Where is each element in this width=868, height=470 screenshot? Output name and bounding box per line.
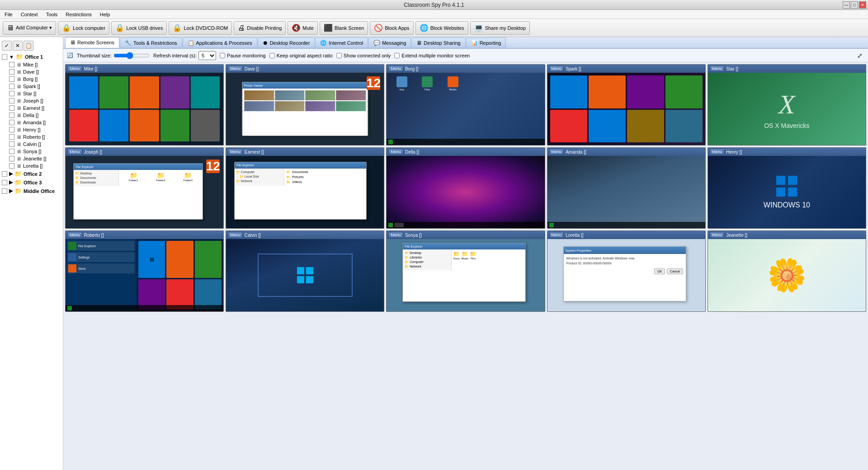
refresh-interval-select[interactable]: 3 5 10 15 30	[198, 51, 216, 60]
sidebar-check-all[interactable]: ✓	[2, 41, 12, 51]
extend-monitor-label[interactable]: Extend multiple monitor screen	[394, 53, 470, 58]
computer-roberto[interactable]: 🖥 Roberto []	[7, 133, 63, 141]
screen-earnest-menu-button[interactable]: Menu	[228, 149, 243, 155]
show-connected-checkbox[interactable]	[336, 53, 342, 58]
tab-desktop-recorder[interactable]: ⏺ Desktop Recorder	[258, 38, 315, 48]
menu-context[interactable]: Context	[19, 11, 40, 18]
group-office2-checkbox[interactable]	[2, 171, 7, 177]
calvin-checkbox[interactable]	[9, 141, 14, 147]
screen-amanda-menu-button[interactable]: Menu	[549, 149, 564, 155]
lock-usb-button[interactable]: 🔒 Lock USB drives	[111, 21, 167, 35]
menu-restrictions[interactable]: Restrictions	[64, 11, 93, 18]
keep-aspect-checkbox[interactable]	[269, 53, 275, 58]
mute-button[interactable]: 🔇 Mute	[288, 21, 317, 35]
computer-loretta[interactable]: 🖥 Loretta []	[7, 162, 63, 169]
lock-dvd-button[interactable]: 🔒 Lock DVD/CD-ROM	[169, 21, 232, 35]
tab-desktop-sharing[interactable]: 🖥 Desktop Sharing	[411, 38, 465, 48]
screen-borg-body[interactable]: App Files Media	[387, 73, 544, 145]
computer-della[interactable]: 🖥 Della []	[7, 112, 63, 119]
screen-jeanette-menu-button[interactable]: Menu	[710, 232, 725, 238]
computer-dave[interactable]: 🖥 Dave []	[7, 68, 63, 75]
group-office1[interactable]: ▼ 📁 Office 1	[0, 52, 63, 61]
expand-button[interactable]: ⤢	[855, 51, 864, 60]
group-middle-office-checkbox[interactable]	[2, 188, 7, 194]
screen-amanda-body[interactable]	[547, 156, 705, 228]
computer-joseph[interactable]: 🖥 Joseph []	[7, 97, 63, 104]
minimize-button[interactable]: —	[843, 1, 850, 9]
close-button[interactable]: ✕	[859, 1, 866, 9]
screen-star-menu-button[interactable]: Menu	[710, 66, 725, 72]
menu-file[interactable]: File	[3, 11, 14, 18]
screen-dave-menu-button[interactable]: Menu	[228, 66, 243, 72]
tab-applications[interactable]: 📋 Applications & Processes	[183, 38, 257, 48]
computer-henry[interactable]: 🖥 Henry []	[7, 126, 63, 133]
screen-della-body[interactable]	[387, 156, 544, 228]
screen-roberto-menu-button[interactable]: Menu	[67, 232, 82, 238]
pause-monitoring-label[interactable]: Pause monitoring	[220, 53, 266, 58]
screen-joseph-body[interactable]: File Explorer 📁 Desktop 📁 Documents 📁 Do…	[66, 156, 223, 228]
star-checkbox[interactable]	[9, 91, 14, 96]
earnest-checkbox[interactable]	[9, 105, 14, 111]
tab-internet-control[interactable]: 🌐 Internet Control	[315, 38, 368, 48]
screen-sonya-body[interactable]: File Explorer 📁 Desktop 📁 Libraries 📁 Co…	[387, 239, 544, 311]
screen-calvin-body[interactable]	[226, 239, 384, 311]
computer-amanda[interactable]: 🖥 Amanda []	[7, 119, 63, 126]
sonya-checkbox[interactable]	[9, 149, 14, 154]
group-office1-checkbox[interactable]	[2, 54, 7, 60]
computer-spark[interactable]: 🖥 Spark []	[7, 83, 63, 90]
della-checkbox[interactable]	[9, 113, 14, 118]
menu-help[interactable]: Help	[98, 11, 112, 18]
screen-della-menu-button[interactable]: Menu	[388, 149, 403, 155]
tab-messaging[interactable]: 💬 Messaging	[368, 38, 411, 48]
menu-tools[interactable]: Tools	[44, 11, 60, 18]
screen-earnest-body[interactable]: File Explorer 📁 Computer 📁 Local Disk 📁 …	[226, 156, 384, 228]
computer-borg[interactable]: 🖥 Borg []	[7, 75, 63, 83]
screen-mike-menu-button[interactable]: Menu	[67, 66, 82, 72]
jeanette-checkbox[interactable]	[9, 156, 14, 161]
dave-checkbox[interactable]	[9, 69, 14, 75]
group-middle-office[interactable]: ▶ 📁 Middle Office	[0, 187, 63, 195]
screen-calvin-menu-button[interactable]: Menu	[228, 232, 243, 238]
computer-star[interactable]: 🖥 Star []	[7, 90, 63, 97]
block-apps-button[interactable]: 🚫 Block Apps	[370, 21, 413, 35]
loretta-checkbox[interactable]	[9, 163, 14, 169]
extend-monitor-checkbox[interactable]	[394, 53, 400, 58]
group-office2[interactable]: ▶ 📁 Office 2	[0, 169, 63, 178]
spark-checkbox[interactable]	[9, 84, 14, 89]
tab-remote-screens[interactable]: 🖥 Remote Screens	[65, 37, 119, 48]
blank-screen-button[interactable]: ⬛ Blank Screen	[320, 21, 368, 35]
screen-spark-menu-button[interactable]: Menu	[549, 66, 564, 72]
group-office3[interactable]: ▶ 📁 Office 3	[0, 178, 63, 187]
screen-loretta-body[interactable]: System Properties Windows is not activat…	[547, 239, 705, 311]
computer-calvin[interactable]: 🖥 Calvin []	[7, 141, 63, 148]
screen-henry-body[interactable]: WINDOWS 10	[708, 156, 866, 228]
refresh-button[interactable]: 🔄	[67, 52, 73, 58]
block-websites-button[interactable]: 🌐 Block Websites	[415, 21, 468, 35]
loretta-cancel-btn[interactable]: Cancel	[667, 268, 683, 274]
screen-roberto-body[interactable]: File Explorer Settings Store	[66, 239, 223, 311]
screen-dave-body[interactable]: Photo Viewer	[226, 73, 384, 145]
tab-reporting[interactable]: 📊 Reporting	[466, 38, 506, 48]
mike-checkbox[interactable]	[9, 62, 14, 67]
screen-jeanette-body[interactable]: 🌼	[708, 239, 866, 311]
sidebar-refresh[interactable]: 📋	[24, 41, 33, 51]
screen-henry-menu-button[interactable]: Menu	[710, 149, 725, 155]
joseph-checkbox[interactable]	[9, 98, 14, 103]
screen-mike-body[interactable]	[66, 73, 223, 145]
computer-sonya[interactable]: 🖥 Sonya []	[7, 148, 63, 155]
borg-checkbox[interactable]	[9, 76, 14, 82]
show-connected-label[interactable]: Show connected only	[336, 53, 391, 58]
screen-borg-menu-button[interactable]: Menu	[388, 66, 403, 72]
add-computer-button[interactable]: 🖥 Add Computer ▾	[3, 21, 56, 35]
computer-mike[interactable]: 🖥 Mike []	[7, 61, 63, 68]
amanda-checkbox[interactable]	[9, 120, 14, 125]
screen-spark-body[interactable]	[547, 73, 705, 145]
share-desktop-button[interactable]: 💻 Share my Desktop	[470, 21, 530, 35]
lock-computer-button[interactable]: 🔒 Lock computer	[58, 21, 109, 35]
screen-loretta-menu-button[interactable]: Menu	[549, 232, 564, 238]
henry-checkbox[interactable]	[9, 127, 14, 132]
pause-monitoring-checkbox[interactable]	[220, 53, 225, 58]
roberto-checkbox[interactable]	[9, 134, 14, 140]
computer-earnest[interactable]: 🖥 Earnest []	[7, 104, 63, 112]
tab-tools-restrictions[interactable]: 🔧 Tools & Restrictions	[120, 38, 182, 48]
